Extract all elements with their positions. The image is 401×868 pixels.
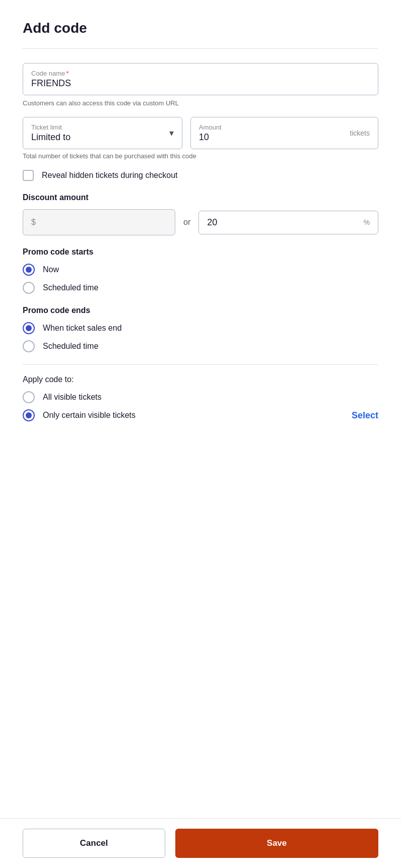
amount-hint: Total number of tickets that can be purc… <box>23 152 378 160</box>
amount-value: 10 <box>199 132 222 143</box>
code-name-input-box[interactable]: Code name* <box>23 63 378 95</box>
or-separator: or <box>183 218 190 227</box>
promo-ends-scheduled-row: Scheduled time <box>23 340 378 352</box>
discount-title: Discount amount <box>23 193 378 202</box>
ticket-limit-label: Ticket limit <box>31 123 71 131</box>
ticket-limit-value: Limited to <box>31 132 71 143</box>
certain-visible-tickets-label: Only certain visible tickets <box>43 411 136 420</box>
percent-sign-icon: % <box>364 218 370 226</box>
select-tickets-link[interactable]: Select <box>352 410 378 421</box>
discount-row: $ or 20 % <box>23 209 378 235</box>
code-name-input[interactable] <box>31 78 370 89</box>
discount-section: Discount amount $ or 20 % <box>23 193 378 235</box>
all-visible-tickets-row: All visible tickets <box>23 391 378 403</box>
promo-starts-scheduled-label: Scheduled time <box>43 283 98 292</box>
section-divider <box>23 364 378 365</box>
title-divider <box>23 48 378 49</box>
promo-ends-section: Promo code ends When ticket sales end Sc… <box>23 306 378 352</box>
promo-ends-scheduled-label: Scheduled time <box>43 342 98 351</box>
ticket-limit-amount-row: Ticket limit Limited to ▾ Amount 10 tick… <box>23 117 378 149</box>
reveal-hidden-checkbox[interactable] <box>23 170 34 181</box>
apply-code-title: Apply code to: <box>23 375 378 384</box>
promo-ends-title: Promo code ends <box>23 306 378 315</box>
promo-ends-scheduled-radio[interactable] <box>23 340 35 352</box>
promo-starts-scheduled-row: Scheduled time <box>23 282 378 294</box>
promo-starts-now-label: Now <box>43 265 59 274</box>
certain-visible-tickets-row: Only certain visible tickets Select <box>23 409 378 421</box>
code-name-section: Code name* Customers can also access thi… <box>23 63 378 107</box>
cancel-button[interactable]: Cancel <box>23 829 165 858</box>
page-title: Add code <box>23 20 378 36</box>
discount-dollar-input[interactable]: $ <box>23 209 175 235</box>
promo-starts-scheduled-radio[interactable] <box>23 282 35 294</box>
promo-starts-now-row: Now <box>23 264 378 276</box>
all-visible-tickets-radio[interactable] <box>23 391 35 403</box>
promo-starts-now-radio[interactable] <box>23 264 35 276</box>
promo-ends-sales-end-row: When ticket sales end <box>23 322 378 334</box>
amount-suffix: tickets <box>350 129 370 137</box>
promo-ends-sales-end-label: When ticket sales end <box>43 324 122 333</box>
ticket-limit-dropdown[interactable]: Ticket limit Limited to ▾ <box>23 117 182 149</box>
bottom-action-bar: Cancel Save <box>0 818 401 868</box>
promo-starts-title: Promo code starts <box>23 247 378 257</box>
code-name-hint: Customers can also access this code via … <box>23 99 378 107</box>
amount-input-box[interactable]: Amount 10 tickets <box>190 117 378 149</box>
percent-value: 20 <box>207 217 217 228</box>
promo-starts-section: Promo code starts Now Scheduled time <box>23 247 378 294</box>
amount-label: Amount <box>199 123 222 131</box>
chevron-down-icon: ▾ <box>169 128 174 139</box>
discount-percent-input[interactable]: 20 % <box>198 211 378 234</box>
code-name-label: Code name* <box>31 70 370 77</box>
all-visible-tickets-label: All visible tickets <box>43 393 101 402</box>
apply-code-section: Apply code to: All visible tickets Only … <box>23 375 378 421</box>
promo-ends-sales-end-radio[interactable] <box>23 322 35 334</box>
reveal-hidden-label: Reveal hidden tickets during checkout <box>42 171 178 180</box>
required-indicator: * <box>66 70 69 77</box>
save-button[interactable]: Save <box>175 829 378 858</box>
reveal-hidden-row: Reveal hidden tickets during checkout <box>23 170 378 181</box>
certain-visible-tickets-radio[interactable] <box>23 409 35 421</box>
dollar-sign-icon: $ <box>31 218 36 227</box>
